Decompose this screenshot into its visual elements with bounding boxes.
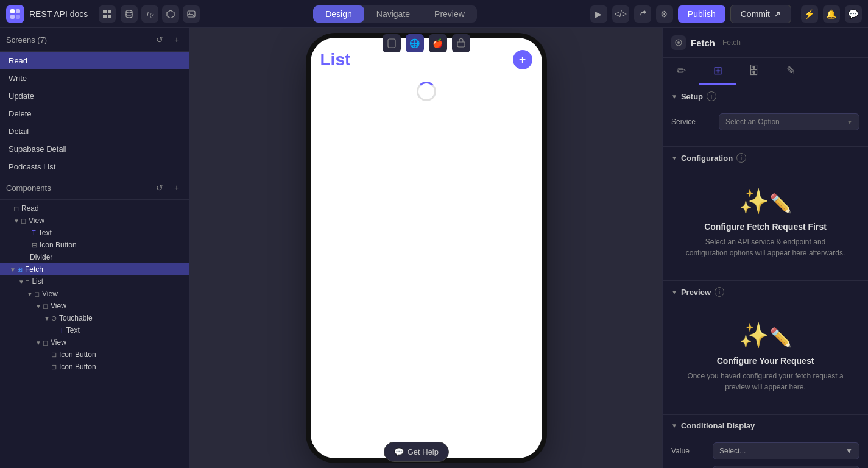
tree-item-iconbtn-3[interactable]: ⊟ Icon Button bbox=[0, 361, 189, 373]
config-empty-desc: Select an API service & endpoint and con… bbox=[683, 236, 847, 258]
fetch-panel-icon bbox=[671, 35, 686, 50]
commit-button[interactable]: Commit ↗ bbox=[730, 5, 791, 23]
tree-item-iconbtn-1[interactable]: ⊟ Icon Button bbox=[0, 239, 189, 251]
config-title: Configuration bbox=[681, 154, 733, 163]
top-nav: Design Navigate Preview bbox=[313, 5, 477, 23]
tab-storage[interactable]: 🗄 bbox=[736, 58, 772, 85]
function-icon[interactable]: f(x) bbox=[141, 5, 158, 23]
right-panel: Fetch Fetch ✏ ⊞ 🗄 ✎ ▼ Setup i Service Se… bbox=[662, 28, 868, 468]
screens-history-icon[interactable]: ↺ bbox=[153, 33, 166, 46]
config-info-icon[interactable]: i bbox=[736, 153, 746, 163]
share-icon[interactable] bbox=[634, 5, 651, 23]
svg-text:f: f bbox=[147, 10, 149, 18]
panel-subtitle: Fetch bbox=[722, 38, 741, 47]
svg-rect-6 bbox=[103, 15, 107, 18]
config-empty-icon: ✨✏️ bbox=[739, 187, 792, 216]
setup-title: Setup bbox=[681, 92, 703, 101]
preview-chevron: ▼ bbox=[671, 289, 677, 296]
cond-value-select[interactable]: Select... ▼ bbox=[713, 442, 859, 459]
component-icon[interactable] bbox=[162, 5, 179, 23]
cond-value-arrow: ▼ bbox=[845, 447, 853, 455]
code-icon[interactable]: </> bbox=[612, 5, 629, 23]
lightning-icon[interactable]: ⚡ bbox=[801, 5, 818, 23]
database-icon[interactable] bbox=[121, 5, 138, 23]
screen-item-update[interactable]: Update bbox=[0, 87, 189, 105]
tree-divider-icon: — bbox=[21, 254, 27, 261]
tree-item-text-2[interactable]: T Text bbox=[0, 324, 189, 336]
tree-item-touchable[interactable]: ▼ ⊙ Touchable bbox=[0, 312, 189, 324]
tree-item-read[interactable]: ◻ Read bbox=[0, 202, 189, 214]
screen-item-write[interactable]: Write bbox=[0, 69, 189, 87]
setup-section-header[interactable]: ▼ Setup i bbox=[663, 85, 868, 107]
cond-operator-select[interactable]: Exists (is Truthy) ▼ bbox=[713, 466, 859, 468]
tree-item-divider[interactable]: — Divider bbox=[0, 251, 189, 263]
tablet-icon[interactable] bbox=[383, 34, 401, 52]
svg-rect-5 bbox=[108, 10, 111, 13]
messages-icon[interactable]: 💬 bbox=[845, 5, 862, 23]
tab-style[interactable]: ✏ bbox=[663, 58, 699, 85]
setup-chevron: ▼ bbox=[671, 93, 677, 100]
tree-text1-icon: T bbox=[32, 229, 36, 236]
tree-item-text-1[interactable]: T Text bbox=[0, 227, 189, 239]
app-logo bbox=[6, 5, 24, 23]
svg-rect-3 bbox=[16, 15, 20, 19]
tree-item-view-2[interactable]: ▼ ◻ View bbox=[0, 288, 189, 300]
tree-view1-icon: ◻ bbox=[21, 217, 26, 225]
tree-iconbtn2-icon: ⊟ bbox=[51, 351, 57, 359]
screen-item-read[interactable]: Read bbox=[0, 52, 189, 69]
config-section-header[interactable]: ▼ Configuration i bbox=[663, 147, 868, 169]
screen-item-detail[interactable]: Detail bbox=[0, 122, 189, 140]
config-section-content: ✨✏️ Configure Fetch Request First Select… bbox=[663, 169, 868, 280]
play-icon[interactable]: ▶ bbox=[590, 5, 607, 23]
tab-edit[interactable]: ✎ bbox=[772, 58, 809, 85]
components-history-icon[interactable]: ↺ bbox=[153, 181, 166, 194]
topbar-user-icons: ⚡ 🔔 💬 bbox=[801, 5, 862, 23]
nav-navigate[interactable]: Navigate bbox=[364, 5, 422, 23]
tree-text1-label: Text bbox=[38, 229, 52, 237]
settings-icon[interactable]: ⚙ bbox=[656, 5, 673, 23]
tree-item-iconbtn-2[interactable]: ⊟ Icon Button bbox=[0, 349, 189, 361]
cond-value-placeholder: Select... bbox=[719, 447, 746, 455]
apple-icon[interactable]: 🍎 bbox=[429, 34, 447, 52]
preview-section-header[interactable]: ▼ Preview i bbox=[663, 281, 868, 303]
setup-info-icon[interactable]: i bbox=[707, 91, 716, 101]
svg-point-16 bbox=[677, 41, 680, 44]
screen-item-delete[interactable]: Delete bbox=[0, 105, 189, 122]
get-help-button[interactable]: 💬 Get Help bbox=[384, 442, 449, 462]
svg-point-8 bbox=[126, 10, 132, 13]
preview-title: Preview bbox=[681, 288, 711, 297]
tree-item-fetch[interactable]: ▼ ⊞ Fetch bbox=[0, 263, 189, 275]
conditional-chevron: ▼ bbox=[671, 422, 677, 429]
list-add-button[interactable]: + bbox=[513, 50, 532, 69]
globe-icon[interactable]: 🌐 bbox=[406, 34, 424, 52]
conditional-title: Conditional Display bbox=[681, 421, 755, 430]
topbar-tools: f(x) bbox=[121, 5, 200, 23]
screens-add-icon[interactable]: + bbox=[170, 33, 183, 46]
nav-preview[interactable]: Preview bbox=[422, 5, 477, 23]
android-icon[interactable] bbox=[452, 34, 470, 52]
tab-data[interactable]: ⊞ bbox=[699, 58, 736, 85]
tree-view1-label: View bbox=[29, 216, 44, 225]
tree-item-view-3[interactable]: ▼ ◻ View bbox=[0, 300, 189, 312]
conditional-section-header[interactable]: ▼ Conditional Display bbox=[663, 415, 868, 436]
screen-item-podcasts-list[interactable]: Podcasts List bbox=[0, 158, 189, 176]
setup-section-content: Service Select an Option ▼ bbox=[663, 107, 868, 146]
main-layout: Screens (7) ↺ + Read Write Update Delete… bbox=[0, 28, 868, 468]
device-content: List + bbox=[311, 38, 542, 458]
screens-header-icons: ↺ + bbox=[153, 33, 183, 46]
image-icon[interactable] bbox=[183, 5, 200, 23]
tree-item-view-1[interactable]: ▼ ◻ View bbox=[0, 214, 189, 227]
tree-item-list[interactable]: ▼ ≡ List bbox=[0, 275, 189, 288]
bell-icon[interactable]: 🔔 bbox=[823, 5, 840, 23]
nav-design[interactable]: Design bbox=[313, 5, 364, 23]
publish-button[interactable]: Publish bbox=[678, 5, 725, 23]
screen-item-supabase-detail[interactable]: Supabase Detail bbox=[0, 140, 189, 158]
preview-empty-state: ✨✏️ Configure Your Request Once you have… bbox=[671, 309, 859, 405]
setup-section: ▼ Setup i Service Select an Option ▼ bbox=[663, 85, 868, 147]
preview-info-icon[interactable]: i bbox=[715, 287, 724, 297]
tree-toggle: ▼ bbox=[43, 315, 51, 322]
tree-item-view-4[interactable]: ▼ ◻ View bbox=[0, 336, 189, 349]
service-select[interactable]: Select an Option ▼ bbox=[719, 113, 859, 130]
app-switcher-icon[interactable] bbox=[99, 5, 116, 23]
components-add-icon[interactable]: + bbox=[170, 181, 183, 194]
